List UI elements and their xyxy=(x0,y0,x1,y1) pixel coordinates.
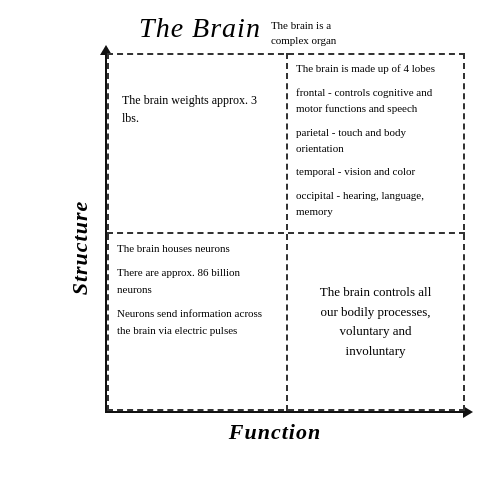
x-axis-line xyxy=(105,411,465,413)
top-right-line2: frontal - controls cognitive and motor f… xyxy=(296,85,455,117)
x-axis-label: Function xyxy=(229,419,321,445)
title-area: The Brain The brain is a complex organ xyxy=(0,0,500,53)
top-right-line3: parietal - touch and body orientation xyxy=(296,125,455,157)
top-right-line1: The brain is made up of 4 lobes xyxy=(296,61,455,77)
bottom-right-text: The brain controls all our bodily proces… xyxy=(296,240,455,403)
top-left-text: The brain weights approx. 3 lbs. xyxy=(122,91,276,127)
bottom-left-line2: There are approx. 86 billion neurons xyxy=(117,264,276,297)
quadrant-bottom-left: The brain houses neurons There are appro… xyxy=(107,232,286,411)
quadrant-top-right: The brain is made up of 4 lobes frontal … xyxy=(286,53,465,232)
quadrant-bottom-right: The brain controls all our bodily proces… xyxy=(286,232,465,411)
quadrant-grid: The brain weights approx. 3 lbs. The bra… xyxy=(107,53,465,411)
axes-container: The brain weights approx. 3 lbs. The bra… xyxy=(105,53,465,413)
main-title: The Brain xyxy=(139,12,261,44)
quadrant-top-left: The brain weights approx. 3 lbs. xyxy=(107,53,286,232)
top-right-text: The brain is made up of 4 lobes frontal … xyxy=(296,61,455,221)
chart-area: Structure Function The brain weights app… xyxy=(75,53,475,443)
bottom-left-line1: The brain houses neurons xyxy=(117,240,276,257)
subtitle: The brain is a complex organ xyxy=(271,18,361,49)
page: The Brain The brain is a complex organ S… xyxy=(0,0,500,500)
top-right-line4: temporal - vision and color xyxy=(296,164,455,180)
bottom-left-line3: Neurons send information across the brai… xyxy=(117,305,276,338)
top-right-line5: occipital - hearing, language, memory xyxy=(296,188,455,220)
bottom-left-text: The brain houses neurons There are appro… xyxy=(117,240,276,339)
y-axis-label: Structure xyxy=(67,200,93,295)
